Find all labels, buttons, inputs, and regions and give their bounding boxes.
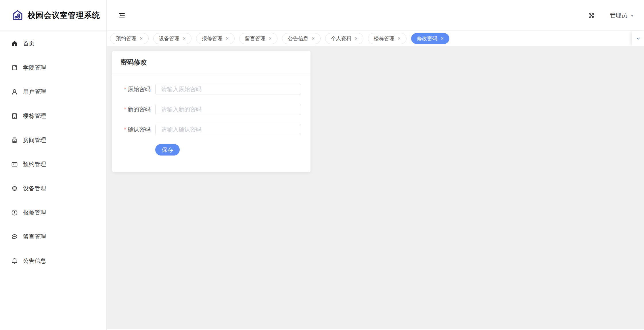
tab-overflow-button[interactable] bbox=[632, 31, 644, 46]
tab-label: 报修管理 bbox=[202, 35, 223, 42]
user-menu[interactable]: 管理员 ▼ bbox=[610, 11, 634, 19]
sidebar-item-label: 报修管理 bbox=[23, 209, 46, 216]
home-icon bbox=[11, 40, 18, 47]
close-icon[interactable]: × bbox=[226, 36, 229, 41]
content-area: 密码修改 * 原始密码 * 新的密码 bbox=[107, 46, 644, 329]
tab-change-password[interactable]: 修改密码 × bbox=[411, 33, 450, 44]
sidebar-item-label: 留言管理 bbox=[23, 233, 46, 241]
sidebar-menu: 首页 学院管理 用户管理 bbox=[0, 31, 106, 273]
sidebar-item-device[interactable]: 设备管理 bbox=[0, 176, 106, 200]
bell-icon bbox=[11, 257, 18, 264]
password-form: * 原始密码 * 新的密码 * bbox=[112, 74, 310, 156]
alert-circle-icon bbox=[11, 209, 18, 216]
close-icon[interactable]: × bbox=[355, 36, 358, 41]
original-password-input[interactable] bbox=[155, 84, 301, 95]
new-password-label: * 新的密码 bbox=[112, 105, 155, 113]
tab-bar: 预约管理 × 设备管理 × 报修管理 × 留言管理 × 公告信息 × 个人资料 … bbox=[107, 31, 644, 46]
tab-device-management[interactable]: 设备管理 × bbox=[153, 33, 192, 44]
form-row-original-password: * 原始密码 bbox=[112, 84, 310, 95]
field-label-text: 新的密码 bbox=[128, 105, 151, 113]
close-icon[interactable]: × bbox=[441, 36, 444, 41]
topbar: 管理员 ▼ bbox=[107, 0, 644, 31]
tab-notice-info[interactable]: 公告信息 × bbox=[282, 33, 321, 44]
sidebar-item-label: 房间管理 bbox=[23, 136, 46, 144]
sidebar-item-label: 楼栋管理 bbox=[23, 112, 46, 120]
sidebar-item-notice[interactable]: 公告信息 bbox=[0, 249, 106, 273]
main-region: 管理员 ▼ 预约管理 × 设备管理 × 报修管理 × 留言管理 × 公告信息 bbox=[107, 0, 644, 330]
form-row-new-password: * 新的密码 bbox=[112, 104, 310, 115]
sidebar-item-reservation[interactable]: 预约管理 bbox=[0, 152, 106, 176]
tab-label: 楼栋管理 bbox=[374, 35, 394, 42]
tab-label: 修改密码 bbox=[417, 35, 438, 42]
reservation-card-icon bbox=[11, 160, 18, 168]
tab-label: 设备管理 bbox=[159, 35, 180, 42]
close-icon[interactable]: × bbox=[398, 36, 401, 41]
required-mark: * bbox=[124, 106, 126, 113]
app-window: 校园会议室管理系统 首页 学院管理 bbox=[0, 0, 644, 330]
close-icon[interactable]: × bbox=[140, 36, 143, 41]
close-icon[interactable]: × bbox=[312, 36, 315, 41]
new-password-input[interactable] bbox=[155, 104, 301, 115]
tab-label: 预约管理 bbox=[116, 35, 137, 42]
chat-bubble-icon bbox=[11, 233, 18, 240]
user-name: 管理员 bbox=[610, 11, 627, 19]
close-icon[interactable]: × bbox=[269, 36, 272, 41]
tab-label: 公告信息 bbox=[288, 35, 308, 42]
required-mark: * bbox=[124, 126, 126, 133]
sidebar-item-label: 学院管理 bbox=[23, 64, 46, 72]
sidebar-item-home[interactable]: 首页 bbox=[0, 31, 106, 55]
chevron-down-icon bbox=[636, 36, 641, 41]
cpu-chip-icon bbox=[11, 185, 18, 192]
app-title: 校园会议室管理系统 bbox=[28, 10, 100, 20]
tab-label: 个人资料 bbox=[331, 35, 352, 42]
building-icon bbox=[11, 112, 18, 120]
sidebar-item-label: 设备管理 bbox=[23, 185, 46, 192]
college-icon bbox=[11, 64, 18, 71]
tab-reservation-management[interactable]: 预约管理 × bbox=[110, 33, 149, 44]
sidebar-collapse-button[interactable] bbox=[118, 11, 126, 20]
confirm-password-input[interactable] bbox=[155, 124, 301, 135]
collapse-menu-icon bbox=[118, 11, 126, 19]
sidebar-item-repair[interactable]: 报修管理 bbox=[0, 200, 106, 225]
save-button[interactable]: 保存 bbox=[155, 144, 180, 156]
sidebar-item-label: 首页 bbox=[23, 40, 34, 47]
fullscreen-icon bbox=[588, 12, 595, 19]
sidebar-item-label: 公告信息 bbox=[23, 257, 46, 265]
sidebar-item-user[interactable]: 用户管理 bbox=[0, 80, 106, 104]
sidebar-item-label: 用户管理 bbox=[23, 88, 46, 96]
room-tag-icon bbox=[11, 136, 18, 144]
fullscreen-button[interactable] bbox=[587, 11, 595, 20]
sidebar-item-college[interactable]: 学院管理 bbox=[0, 55, 106, 80]
form-row-confirm-password: * 确认密码 bbox=[112, 124, 310, 135]
app-logo: 校园会议室管理系统 bbox=[0, 0, 106, 31]
original-password-label: * 原始密码 bbox=[112, 85, 155, 93]
sidebar-item-room[interactable]: 房间管理 bbox=[0, 128, 106, 152]
confirm-password-label: * 确认密码 bbox=[112, 126, 155, 133]
user-icon bbox=[11, 88, 18, 95]
field-label-text: 原始密码 bbox=[128, 85, 151, 93]
caret-down-icon: ▼ bbox=[630, 14, 634, 18]
close-icon[interactable]: × bbox=[183, 36, 186, 41]
tab-label: 留言管理 bbox=[245, 35, 266, 42]
card-header: 密码修改 bbox=[112, 51, 310, 74]
tab-building-management[interactable]: 楼栋管理 × bbox=[368, 33, 407, 44]
logo-house-icon bbox=[12, 9, 24, 21]
sidebar: 校园会议室管理系统 首页 学院管理 bbox=[0, 0, 107, 330]
sidebar-item-message[interactable]: 留言管理 bbox=[0, 225, 106, 249]
password-card: 密码修改 * 原始密码 * 新的密码 bbox=[112, 51, 310, 172]
required-mark: * bbox=[124, 86, 126, 93]
card-title: 密码修改 bbox=[120, 58, 147, 67]
tab-repair-management[interactable]: 报修管理 × bbox=[196, 33, 235, 44]
field-label-text: 确认密码 bbox=[128, 126, 151, 133]
sidebar-item-label: 预约管理 bbox=[23, 160, 46, 168]
tab-profile[interactable]: 个人资料 × bbox=[325, 33, 364, 44]
sidebar-item-building[interactable]: 楼栋管理 bbox=[0, 104, 106, 128]
tab-message-management[interactable]: 留言管理 × bbox=[239, 33, 278, 44]
